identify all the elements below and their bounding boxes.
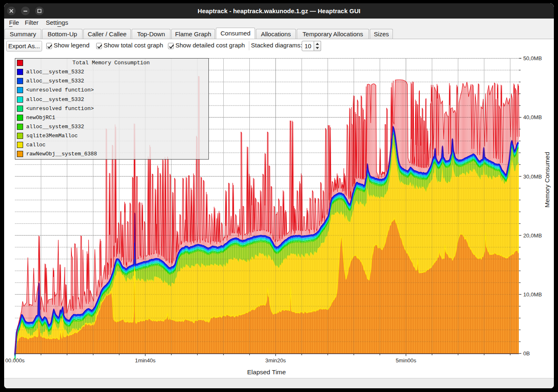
svg-text:30,0MB: 30,0MB — [523, 174, 542, 180]
svg-text:40,0MB: 40,0MB — [523, 114, 542, 120]
svg-text:50,0MB: 50,0MB — [523, 55, 542, 61]
svg-text:00.000s: 00.000s — [5, 357, 25, 364]
svg-text:20,0MB: 20,0MB — [523, 232, 542, 239]
svg-text:1min40s: 1min40s — [135, 357, 156, 364]
svg-text:Memory Consumed: Memory Consumed — [544, 152, 551, 207]
svg-text:10,0MB: 10,0MB — [523, 291, 542, 298]
svg-text:5min00s: 5min00s — [396, 357, 416, 364]
svg-text:Elapsed Time: Elapsed Time — [247, 369, 286, 376]
svg-text:0B: 0B — [523, 350, 530, 357]
svg-text:3min20s: 3min20s — [265, 357, 286, 364]
